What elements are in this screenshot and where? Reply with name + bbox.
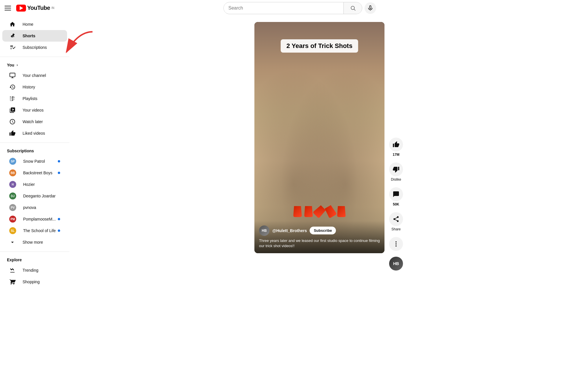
- layout: Home Shorts Subscriptions You › Your cha…: [0, 16, 588, 276]
- red-cup: [313, 205, 326, 219]
- backstreet-boys-avatar: BB: [9, 169, 16, 176]
- channel-avatar: HB: [259, 225, 269, 236]
- notification-dot: [58, 229, 60, 232]
- header: YouTubeIN: [0, 0, 588, 16]
- history-icon: [9, 84, 16, 90]
- hozier-label: Hozier: [23, 182, 35, 187]
- sidebar-item-snow-patrol[interactable]: SP Snow Patrol: [2, 156, 67, 167]
- header-center: [74, 2, 526, 14]
- shorts-actions: 17M Dislike 50K: [389, 22, 403, 271]
- sidebar-item-pomplamoose[interactable]: PM PomplamooseM...: [2, 213, 67, 225]
- sidebar-item-watch-later[interactable]: Watch later: [2, 116, 67, 127]
- svg-point-6: [395, 243, 397, 245]
- svg-rect-2: [10, 73, 15, 77]
- sidebar-item-history[interactable]: History: [2, 81, 67, 93]
- main-content: 2 Years of Trick Shots HB @Hulett_Bro: [69, 16, 588, 276]
- chevron-right-icon: ›: [16, 63, 18, 67]
- sidebar-label-home: Home: [23, 22, 33, 27]
- header-left: YouTubeIN: [5, 5, 74, 12]
- notification-dot: [58, 160, 60, 162]
- liked-videos-icon: [9, 130, 16, 136]
- sidebar-item-liked-videos[interactable]: Liked videos: [2, 127, 67, 139]
- home-icon: [9, 21, 16, 27]
- dislike-icon-circle: [389, 162, 403, 176]
- dislike-action[interactable]: Dislike: [389, 162, 403, 182]
- snow-patrol-avatar: SP: [9, 158, 16, 165]
- svg-point-0: [351, 6, 354, 10]
- search-bar: [223, 2, 362, 14]
- subscribe-button[interactable]: Subscribe: [310, 227, 336, 234]
- search-input[interactable]: [224, 3, 343, 13]
- video-scene: [254, 22, 384, 253]
- divider-2: [0, 142, 69, 143]
- sidebar-item-shorts[interactable]: Shorts: [2, 30, 67, 42]
- svg-point-7: [395, 245, 397, 247]
- sidebar-item-pvnova[interactable]: PV pvnova: [2, 202, 67, 213]
- shorts-player[interactable]: 2 Years of Trick Shots HB @Hulett_Bro: [254, 22, 384, 253]
- sidebar-item-deeganto-joardar[interactable]: DJ Deeganto Joardar: [2, 190, 67, 202]
- sidebar-item-backstreet-boys[interactable]: BB Backstreet Boys: [2, 167, 67, 179]
- you-section-title[interactable]: You ›: [0, 60, 69, 70]
- sidebar-label-playlists: Playlists: [23, 96, 37, 101]
- comments-count: 50K: [393, 202, 399, 206]
- channel-row: HB @Hulett_Brothers Subscribe: [259, 225, 380, 236]
- deeganto-joardar-avatar: DJ: [9, 192, 16, 199]
- sidebar-item-your-videos[interactable]: Your videos: [2, 104, 67, 116]
- notification-dot: [58, 172, 60, 174]
- subscriptions-icon: [9, 44, 16, 51]
- voice-search-button[interactable]: [365, 2, 376, 14]
- sidebar-item-school-of-life[interactable]: SL The School of Life: [2, 225, 67, 236]
- red-cup: [324, 205, 337, 219]
- pomplamoose-label: PomplamooseM...: [23, 217, 56, 221]
- comments-icon-circle: [389, 187, 403, 201]
- more-action[interactable]: [389, 237, 403, 251]
- youtube-logo-icon: [16, 5, 26, 12]
- sidebar-item-trending[interactable]: Trending: [2, 264, 67, 276]
- more-icon-circle: [389, 237, 403, 251]
- chevron-down-icon: [9, 239, 16, 245]
- channel-handle: @Hulett_Brothers: [272, 228, 307, 233]
- share-icon-circle: [389, 212, 403, 226]
- deeganto-joardar-label: Deeganto Joardar: [23, 194, 56, 198]
- video-background: 2 Years of Trick Shots HB @Hulett_Bro: [254, 22, 384, 253]
- sidebar-label-shorts: Shorts: [23, 34, 35, 38]
- pvnova-avatar: PV: [9, 204, 16, 211]
- sidebar-item-hozier[interactable]: H Hozier: [2, 179, 67, 190]
- your-videos-icon: [9, 107, 16, 113]
- shorts-bottom-overlay: HB @Hulett_Brothers Subscribe Three year…: [254, 221, 384, 253]
- notification-dot: [58, 218, 60, 220]
- playlists-icon: [9, 95, 16, 102]
- sidebar-item-subscriptions[interactable]: Subscriptions: [2, 42, 67, 53]
- comments-action[interactable]: 50K: [389, 187, 403, 206]
- sidebar-item-shopping[interactable]: Shopping: [2, 276, 67, 276]
- red-cup: [293, 206, 302, 217]
- channel-avatar-action[interactable]: HB: [389, 257, 403, 271]
- logo-area[interactable]: YouTubeIN: [16, 5, 54, 12]
- show-more-button[interactable]: Show more: [2, 236, 67, 248]
- show-more-label: Show more: [23, 240, 43, 245]
- sidebar-label-your-videos: Your videos: [23, 108, 44, 112]
- svg-line-1: [354, 9, 355, 10]
- youtube-wordmark: YouTube: [27, 5, 50, 11]
- sidebar-label-subscriptions: Subscriptions: [23, 45, 47, 50]
- shorts-icon: [9, 33, 16, 39]
- hozier-avatar: H: [9, 181, 16, 188]
- sidebar-label-liked-videos: Liked videos: [23, 131, 45, 136]
- menu-button[interactable]: [5, 5, 12, 12]
- sidebar-label-history: History: [23, 85, 35, 89]
- sidebar-item-home[interactable]: Home: [2, 18, 67, 30]
- share-action[interactable]: Share: [389, 212, 403, 231]
- like-action[interactable]: 17M: [389, 138, 403, 157]
- like-icon-circle: [389, 138, 403, 151]
- sidebar-item-your-channel[interactable]: Your channel: [2, 70, 67, 81]
- like-count: 17M: [393, 153, 399, 157]
- shorts-description: Three years later and we leased our firs…: [259, 238, 380, 249]
- channel-icon: [9, 72, 16, 79]
- watch-later-icon: [9, 119, 16, 125]
- dislike-label: Dislike: [391, 177, 401, 182]
- channel-avatar-large: HB: [389, 257, 403, 271]
- school-of-life-label: The School of Life: [23, 228, 56, 233]
- sidebar-item-playlists[interactable]: Playlists: [2, 93, 67, 104]
- trending-icon: [9, 267, 16, 273]
- search-button[interactable]: [343, 2, 362, 14]
